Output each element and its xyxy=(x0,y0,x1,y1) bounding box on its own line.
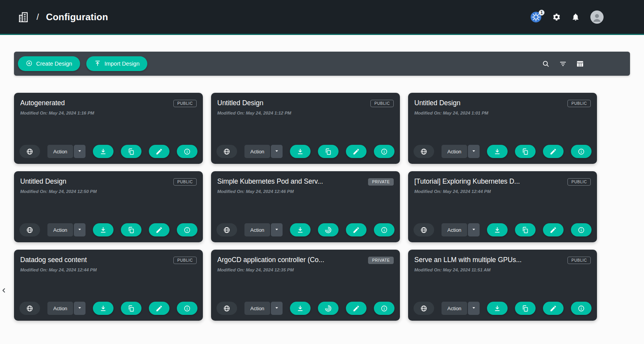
globe-icon xyxy=(223,226,230,234)
edit-button[interactable] xyxy=(149,145,169,158)
edit-icon xyxy=(550,305,557,312)
action-split-button: Action xyxy=(244,223,283,236)
action-button[interactable]: Action xyxy=(47,145,73,158)
chevron-down-icon xyxy=(274,226,280,234)
edit-button[interactable] xyxy=(346,302,367,315)
action-dropdown-button[interactable] xyxy=(271,223,283,236)
modified-on: Modified On: May 24, 2024 1:01 PM xyxy=(414,111,591,115)
globe-button[interactable] xyxy=(414,223,434,236)
download-button[interactable] xyxy=(93,223,113,236)
copy-icon xyxy=(127,305,135,312)
gear-icon[interactable] xyxy=(552,13,561,21)
design-title: ArgoCD application controller (Co... xyxy=(217,256,329,264)
globe-button[interactable] xyxy=(19,145,40,158)
action-split-button: Action xyxy=(442,145,480,158)
info-button[interactable] xyxy=(571,223,592,236)
action-split-button: Action xyxy=(47,223,86,236)
visibility-badge: PUBLIC xyxy=(173,178,197,186)
action-button[interactable]: Action xyxy=(47,302,73,315)
globe-button[interactable] xyxy=(216,302,237,315)
download-icon xyxy=(297,305,304,312)
info-button[interactable] xyxy=(571,145,592,158)
info-button[interactable] xyxy=(177,223,197,236)
toolbar-icons xyxy=(542,60,626,68)
chevron-down-icon xyxy=(274,305,280,312)
action-button[interactable]: Action xyxy=(442,223,467,236)
copy-button[interactable] xyxy=(515,145,536,158)
download-button[interactable] xyxy=(290,302,311,315)
action-dropdown-button[interactable] xyxy=(74,302,86,315)
info-button[interactable] xyxy=(177,302,197,315)
copy-button[interactable] xyxy=(318,145,339,158)
edit-button[interactable] xyxy=(346,223,367,236)
info-button[interactable] xyxy=(374,145,394,158)
card-header: ArgoCD application controller (Co... PRI… xyxy=(217,256,394,264)
search-icon[interactable] xyxy=(542,60,550,68)
copy-button[interactable] xyxy=(515,223,536,236)
edit-button[interactable] xyxy=(149,302,169,315)
globe-button[interactable] xyxy=(216,145,237,158)
copy-button[interactable] xyxy=(121,302,141,315)
import-design-button[interactable]: Import Design xyxy=(86,56,147,71)
provider-icon[interactable]: 1 xyxy=(530,11,542,23)
spiral-button[interactable] xyxy=(318,302,339,315)
action-button[interactable]: Action xyxy=(244,223,270,236)
modified-on: Modified On: May 24, 2024 11:51 AM xyxy=(414,268,591,272)
create-design-button[interactable]: Create Design xyxy=(18,56,80,71)
globe-button[interactable] xyxy=(216,223,237,236)
globe-icon xyxy=(420,226,428,234)
action-dropdown-button[interactable] xyxy=(74,223,86,236)
action-dropdown-button[interactable] xyxy=(271,145,283,158)
spiral-icon xyxy=(325,305,332,312)
download-button[interactable] xyxy=(487,223,508,236)
action-dropdown-button[interactable] xyxy=(468,302,480,315)
copy-button[interactable] xyxy=(515,302,536,315)
edit-button[interactable] xyxy=(346,145,367,158)
action-split-button: Action xyxy=(442,223,480,236)
action-button[interactable]: Action xyxy=(47,223,73,236)
download-icon xyxy=(494,148,501,155)
edit-icon xyxy=(155,226,163,234)
globe-button[interactable] xyxy=(19,223,40,236)
download-button[interactable] xyxy=(290,223,311,236)
avatar[interactable] xyxy=(590,10,604,24)
sidebar-collapse-toggle[interactable] xyxy=(0,285,8,296)
action-dropdown-button[interactable] xyxy=(468,223,480,236)
download-button[interactable] xyxy=(93,302,113,315)
action-button[interactable]: Action xyxy=(244,302,270,315)
copy-button[interactable] xyxy=(121,145,141,158)
globe-icon xyxy=(223,148,230,155)
info-button[interactable] xyxy=(374,302,394,315)
building-icon[interactable] xyxy=(17,11,30,23)
action-dropdown-button[interactable] xyxy=(468,145,480,158)
action-button[interactable]: Action xyxy=(442,302,467,315)
info-button[interactable] xyxy=(571,302,592,315)
edit-button[interactable] xyxy=(543,145,564,158)
globe-button[interactable] xyxy=(19,302,40,315)
import-design-label: Import Design xyxy=(105,61,140,67)
download-button[interactable] xyxy=(93,145,113,158)
bell-icon[interactable] xyxy=(571,13,580,21)
copy-button[interactable] xyxy=(121,223,141,236)
header-actions: 1 xyxy=(530,10,604,24)
spiral-button[interactable] xyxy=(318,223,339,236)
globe-button[interactable] xyxy=(414,302,434,315)
download-button[interactable] xyxy=(487,302,508,315)
filter-icon[interactable] xyxy=(559,60,567,68)
info-button[interactable] xyxy=(374,223,394,236)
action-dropdown-button[interactable] xyxy=(74,145,86,158)
globe-icon xyxy=(26,148,33,155)
globe-button[interactable] xyxy=(414,145,434,158)
action-button[interactable]: Action xyxy=(244,145,270,158)
edit-button[interactable] xyxy=(543,223,564,236)
download-button[interactable] xyxy=(487,145,508,158)
chevron-down-icon xyxy=(77,148,83,155)
action-button[interactable]: Action xyxy=(442,145,467,158)
table-view-icon[interactable] xyxy=(576,60,584,68)
edit-button[interactable] xyxy=(543,302,564,315)
info-button[interactable] xyxy=(177,145,197,158)
edit-button[interactable] xyxy=(149,223,169,236)
action-dropdown-button[interactable] xyxy=(271,302,283,315)
modified-on: Modified On: May 24, 2024 1:16 PM xyxy=(20,111,197,115)
download-button[interactable] xyxy=(290,145,311,158)
